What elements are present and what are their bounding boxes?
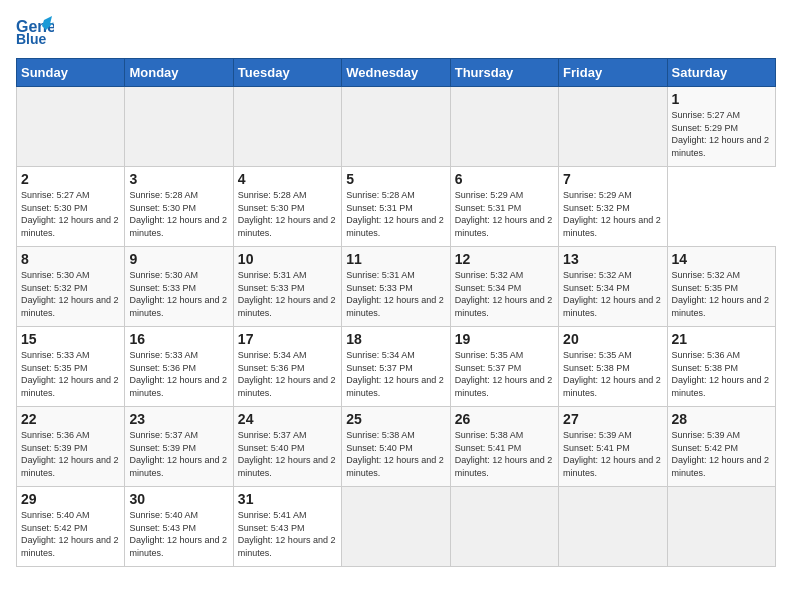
svg-text:Blue: Blue bbox=[16, 31, 47, 46]
calendar-cell: 18 Sunrise: 5:34 AMSunset: 5:37 PMDaylig… bbox=[342, 327, 450, 407]
calendar-cell bbox=[125, 87, 233, 167]
day-info: Sunrise: 5:41 AMSunset: 5:43 PMDaylight:… bbox=[238, 510, 336, 558]
calendar-cell bbox=[233, 87, 341, 167]
header-wednesday: Wednesday bbox=[342, 59, 450, 87]
logo-icon: General Blue bbox=[16, 16, 54, 46]
calendar-cell: 9 Sunrise: 5:30 AMSunset: 5:33 PMDayligh… bbox=[125, 247, 233, 327]
calendar-cell: 25 Sunrise: 5:38 AMSunset: 5:40 PMDaylig… bbox=[342, 407, 450, 487]
calendar-cell: 19 Sunrise: 5:35 AMSunset: 5:37 PMDaylig… bbox=[450, 327, 558, 407]
calendar-cell: 28 Sunrise: 5:39 AMSunset: 5:42 PMDaylig… bbox=[667, 407, 775, 487]
day-number: 17 bbox=[238, 331, 337, 347]
calendar-cell bbox=[559, 487, 667, 567]
day-info: Sunrise: 5:28 AMSunset: 5:31 PMDaylight:… bbox=[346, 190, 444, 238]
day-info: Sunrise: 5:31 AMSunset: 5:33 PMDaylight:… bbox=[238, 270, 336, 318]
calendar-cell: 31 Sunrise: 5:41 AMSunset: 5:43 PMDaylig… bbox=[233, 487, 341, 567]
day-info: Sunrise: 5:38 AMSunset: 5:41 PMDaylight:… bbox=[455, 430, 553, 478]
day-number: 26 bbox=[455, 411, 554, 427]
day-info: Sunrise: 5:35 AMSunset: 5:37 PMDaylight:… bbox=[455, 350, 553, 398]
day-info: Sunrise: 5:40 AMSunset: 5:43 PMDaylight:… bbox=[129, 510, 227, 558]
day-info: Sunrise: 5:27 AMSunset: 5:29 PMDaylight:… bbox=[672, 110, 770, 158]
calendar-cell: 30 Sunrise: 5:40 AMSunset: 5:43 PMDaylig… bbox=[125, 487, 233, 567]
calendar-cell: 26 Sunrise: 5:38 AMSunset: 5:41 PMDaylig… bbox=[450, 407, 558, 487]
day-number: 15 bbox=[21, 331, 120, 347]
day-number: 9 bbox=[129, 251, 228, 267]
day-info: Sunrise: 5:30 AMSunset: 5:33 PMDaylight:… bbox=[129, 270, 227, 318]
day-info: Sunrise: 5:27 AMSunset: 5:30 PMDaylight:… bbox=[21, 190, 119, 238]
calendar-cell: 14 Sunrise: 5:32 AMSunset: 5:35 PMDaylig… bbox=[667, 247, 775, 327]
logo: General Blue bbox=[16, 16, 54, 46]
day-info: Sunrise: 5:31 AMSunset: 5:33 PMDaylight:… bbox=[346, 270, 444, 318]
calendar-week-row: 22 Sunrise: 5:36 AMSunset: 5:39 PMDaylig… bbox=[17, 407, 776, 487]
day-number: 12 bbox=[455, 251, 554, 267]
calendar-cell: 5 Sunrise: 5:28 AMSunset: 5:31 PMDayligh… bbox=[342, 167, 450, 247]
day-info: Sunrise: 5:32 AMSunset: 5:35 PMDaylight:… bbox=[672, 270, 770, 318]
day-number: 24 bbox=[238, 411, 337, 427]
day-number: 7 bbox=[563, 171, 662, 187]
day-info: Sunrise: 5:35 AMSunset: 5:38 PMDaylight:… bbox=[563, 350, 661, 398]
day-number: 20 bbox=[563, 331, 662, 347]
calendar-cell: 29 Sunrise: 5:40 AMSunset: 5:42 PMDaylig… bbox=[17, 487, 125, 567]
day-info: Sunrise: 5:34 AMSunset: 5:36 PMDaylight:… bbox=[238, 350, 336, 398]
calendar-cell: 15 Sunrise: 5:33 AMSunset: 5:35 PMDaylig… bbox=[17, 327, 125, 407]
day-info: Sunrise: 5:32 AMSunset: 5:34 PMDaylight:… bbox=[455, 270, 553, 318]
calendar-week-row: 1 Sunrise: 5:27 AMSunset: 5:29 PMDayligh… bbox=[17, 87, 776, 167]
day-info: Sunrise: 5:37 AMSunset: 5:40 PMDaylight:… bbox=[238, 430, 336, 478]
header-monday: Monday bbox=[125, 59, 233, 87]
calendar-cell: 23 Sunrise: 5:37 AMSunset: 5:39 PMDaylig… bbox=[125, 407, 233, 487]
calendar-week-row: 29 Sunrise: 5:40 AMSunset: 5:42 PMDaylig… bbox=[17, 487, 776, 567]
calendar-cell: 3 Sunrise: 5:28 AMSunset: 5:30 PMDayligh… bbox=[125, 167, 233, 247]
day-info: Sunrise: 5:39 AMSunset: 5:42 PMDaylight:… bbox=[672, 430, 770, 478]
calendar-cell: 2 Sunrise: 5:27 AMSunset: 5:30 PMDayligh… bbox=[17, 167, 125, 247]
calendar-cell bbox=[17, 87, 125, 167]
day-number: 8 bbox=[21, 251, 120, 267]
calendar-cell bbox=[559, 87, 667, 167]
calendar-week-row: 2 Sunrise: 5:27 AMSunset: 5:30 PMDayligh… bbox=[17, 167, 776, 247]
header-sunday: Sunday bbox=[17, 59, 125, 87]
day-info: Sunrise: 5:33 AMSunset: 5:36 PMDaylight:… bbox=[129, 350, 227, 398]
calendar-table: SundayMondayTuesdayWednesdayThursdayFrid… bbox=[16, 58, 776, 567]
header-thursday: Thursday bbox=[450, 59, 558, 87]
day-number: 3 bbox=[129, 171, 228, 187]
calendar-header-row: SundayMondayTuesdayWednesdayThursdayFrid… bbox=[17, 59, 776, 87]
day-info: Sunrise: 5:37 AMSunset: 5:39 PMDaylight:… bbox=[129, 430, 227, 478]
day-info: Sunrise: 5:39 AMSunset: 5:41 PMDaylight:… bbox=[563, 430, 661, 478]
day-number: 28 bbox=[672, 411, 771, 427]
calendar-cell: 7 Sunrise: 5:29 AMSunset: 5:32 PMDayligh… bbox=[559, 167, 667, 247]
calendar-week-row: 15 Sunrise: 5:33 AMSunset: 5:35 PMDaylig… bbox=[17, 327, 776, 407]
day-info: Sunrise: 5:40 AMSunset: 5:42 PMDaylight:… bbox=[21, 510, 119, 558]
calendar-cell: 24 Sunrise: 5:37 AMSunset: 5:40 PMDaylig… bbox=[233, 407, 341, 487]
calendar-cell bbox=[450, 87, 558, 167]
day-number: 1 bbox=[672, 91, 771, 107]
day-info: Sunrise: 5:34 AMSunset: 5:37 PMDaylight:… bbox=[346, 350, 444, 398]
day-number: 31 bbox=[238, 491, 337, 507]
calendar-cell: 13 Sunrise: 5:32 AMSunset: 5:34 PMDaylig… bbox=[559, 247, 667, 327]
calendar-cell: 11 Sunrise: 5:31 AMSunset: 5:33 PMDaylig… bbox=[342, 247, 450, 327]
day-number: 4 bbox=[238, 171, 337, 187]
day-info: Sunrise: 5:29 AMSunset: 5:31 PMDaylight:… bbox=[455, 190, 553, 238]
day-number: 21 bbox=[672, 331, 771, 347]
day-number: 19 bbox=[455, 331, 554, 347]
day-info: Sunrise: 5:29 AMSunset: 5:32 PMDaylight:… bbox=[563, 190, 661, 238]
header-saturday: Saturday bbox=[667, 59, 775, 87]
day-info: Sunrise: 5:32 AMSunset: 5:34 PMDaylight:… bbox=[563, 270, 661, 318]
day-number: 25 bbox=[346, 411, 445, 427]
day-info: Sunrise: 5:28 AMSunset: 5:30 PMDaylight:… bbox=[238, 190, 336, 238]
day-number: 18 bbox=[346, 331, 445, 347]
calendar-cell: 21 Sunrise: 5:36 AMSunset: 5:38 PMDaylig… bbox=[667, 327, 775, 407]
day-number: 2 bbox=[21, 171, 120, 187]
day-number: 10 bbox=[238, 251, 337, 267]
day-info: Sunrise: 5:33 AMSunset: 5:35 PMDaylight:… bbox=[21, 350, 119, 398]
day-info: Sunrise: 5:36 AMSunset: 5:38 PMDaylight:… bbox=[672, 350, 770, 398]
header-friday: Friday bbox=[559, 59, 667, 87]
day-info: Sunrise: 5:28 AMSunset: 5:30 PMDaylight:… bbox=[129, 190, 227, 238]
page-header: General Blue bbox=[16, 16, 776, 46]
day-number: 29 bbox=[21, 491, 120, 507]
calendar-cell: 27 Sunrise: 5:39 AMSunset: 5:41 PMDaylig… bbox=[559, 407, 667, 487]
calendar-cell: 16 Sunrise: 5:33 AMSunset: 5:36 PMDaylig… bbox=[125, 327, 233, 407]
day-number: 23 bbox=[129, 411, 228, 427]
calendar-cell: 20 Sunrise: 5:35 AMSunset: 5:38 PMDaylig… bbox=[559, 327, 667, 407]
calendar-cell: 22 Sunrise: 5:36 AMSunset: 5:39 PMDaylig… bbox=[17, 407, 125, 487]
calendar-cell: 12 Sunrise: 5:32 AMSunset: 5:34 PMDaylig… bbox=[450, 247, 558, 327]
day-number: 27 bbox=[563, 411, 662, 427]
day-info: Sunrise: 5:38 AMSunset: 5:40 PMDaylight:… bbox=[346, 430, 444, 478]
